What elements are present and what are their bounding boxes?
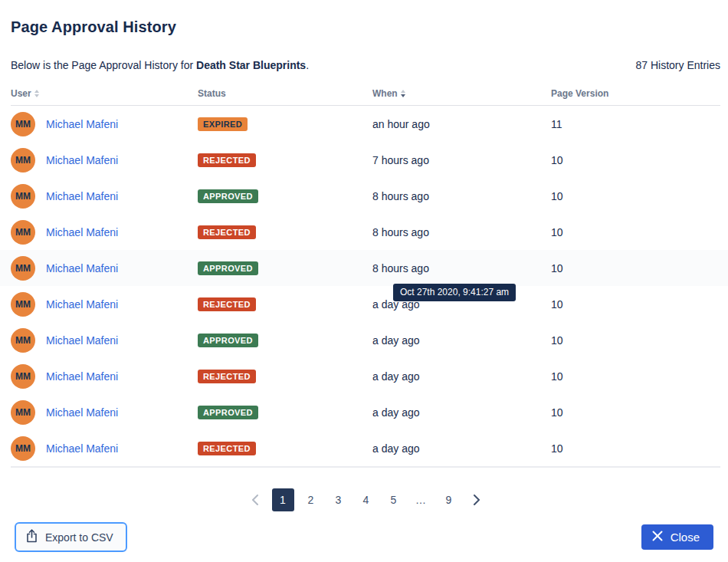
page-version-cell: 10 xyxy=(551,226,720,238)
page-approval-history-dialog: Page Approval History Below is the Page … xyxy=(0,0,728,562)
page-version-cell: 10 xyxy=(551,262,720,274)
when-cell: a day ago xyxy=(372,334,551,347)
page-version-cell: 11 xyxy=(551,118,720,130)
user-cell: MM Michael Mafeni xyxy=(11,364,198,389)
pagination-ellipsis: … xyxy=(411,488,432,511)
status-badge: APPROVED xyxy=(198,189,258,203)
pagination-page-3[interactable]: 3 xyxy=(328,488,349,511)
user-link[interactable]: Michael Mafeni xyxy=(46,442,118,455)
pagination-prev-icon[interactable] xyxy=(244,488,266,511)
status-cell: REJECTED xyxy=(198,225,372,239)
subtitle-row: Below is the Page Approval History for D… xyxy=(11,59,720,71)
status-badge: APPROVED xyxy=(198,406,258,419)
page-version-cell: 10 xyxy=(551,154,720,166)
user-cell: MM Michael Mafeni xyxy=(11,112,198,136)
table-row: MM Michael Mafeni REJECTED a day ago 10 xyxy=(0,286,728,322)
column-header-when[interactable]: When xyxy=(372,88,551,99)
user-cell: MM Michael Mafeni xyxy=(11,328,198,353)
status-badge: APPROVED xyxy=(198,261,258,275)
table-row: MM Michael Mafeni EXPIRED an hour ago 11 xyxy=(0,106,728,142)
user-cell: MM Michael Mafeni xyxy=(11,256,198,281)
pagination-page-2[interactable]: 2 xyxy=(300,488,322,511)
table-header: User Status When Page Version xyxy=(11,88,720,106)
sort-icon xyxy=(34,90,39,97)
page-version-cell: 10 xyxy=(551,298,720,311)
when-cell: 8 hours ago xyxy=(372,262,551,274)
pagination-page-1[interactable]: 1 xyxy=(272,488,294,511)
page-version-cell: 10 xyxy=(551,370,720,383)
when-cell: an hour ago xyxy=(372,118,551,130)
status-badge: REJECTED xyxy=(198,297,256,311)
user-link[interactable]: Michael Mafeni xyxy=(46,406,118,419)
status-cell: REJECTED xyxy=(198,153,372,167)
user-cell: MM Michael Mafeni xyxy=(11,292,198,317)
avatar[interactable]: MM xyxy=(11,328,35,353)
table-row: MM Michael Mafeni REJECTED a day ago 10 xyxy=(0,358,728,394)
close-icon xyxy=(652,531,663,544)
user-cell: MM Michael Mafeni xyxy=(11,220,198,245)
avatar[interactable]: MM xyxy=(11,256,35,281)
when-cell: a day ago xyxy=(372,442,551,455)
avatar[interactable]: MM xyxy=(11,364,35,389)
page-title: Page Approval History xyxy=(11,18,720,36)
user-link[interactable]: Michael Mafeni xyxy=(46,226,118,238)
user-link[interactable]: Michael Mafeni xyxy=(46,334,118,347)
table-row: MM Michael Mafeni APPROVED a day ago 10 xyxy=(0,394,728,430)
when-cell: 8 hours ago xyxy=(372,190,551,202)
subtitle-page-name: Death Star Blueprints xyxy=(196,59,306,71)
user-cell: MM Michael Mafeni xyxy=(11,436,198,461)
user-link[interactable]: Michael Mafeni xyxy=(46,118,118,130)
avatar[interactable]: MM xyxy=(11,184,35,209)
table-row: MM Michael Mafeni REJECTED 7 hours ago 1… xyxy=(0,142,728,178)
status-cell: APPROVED xyxy=(198,189,372,203)
user-cell: MM Michael Mafeni xyxy=(11,184,198,209)
user-link[interactable]: Michael Mafeni xyxy=(46,190,118,202)
table-row: MM Michael Mafeni REJECTED 8 hours ago 1… xyxy=(0,214,728,250)
subtitle-suffix: . xyxy=(306,59,309,71)
avatar[interactable]: MM xyxy=(11,220,35,245)
page-version-cell: 10 xyxy=(551,190,720,202)
status-cell: APPROVED xyxy=(198,333,372,347)
page-version-cell: 10 xyxy=(551,406,720,419)
user-link[interactable]: Michael Mafeni xyxy=(46,262,118,274)
sort-icon-active xyxy=(401,90,405,97)
status-cell: REJECTED xyxy=(198,297,372,311)
user-cell: MM Michael Mafeni xyxy=(11,148,198,173)
export-to-csv-button[interactable]: Export to CSV xyxy=(15,522,127,552)
when-cell: a day ago xyxy=(372,370,551,383)
page-version-cell: 10 xyxy=(551,442,720,455)
avatar[interactable]: MM xyxy=(11,292,35,317)
close-button-label: Close xyxy=(671,531,700,544)
column-header-user[interactable]: User xyxy=(11,88,198,99)
pagination: 12345…9 xyxy=(11,488,720,511)
close-button[interactable]: Close xyxy=(641,524,713,550)
status-cell: REJECTED xyxy=(198,441,372,455)
pagination-page-4[interactable]: 4 xyxy=(356,488,377,511)
history-entries-count: 87 History Entries xyxy=(636,59,720,71)
avatar[interactable]: MM xyxy=(11,148,35,173)
status-badge: REJECTED xyxy=(198,225,256,239)
export-icon xyxy=(26,529,38,545)
avatar[interactable]: MM xyxy=(11,400,35,425)
user-link[interactable]: Michael Mafeni xyxy=(46,370,118,383)
pagination-page-5[interactable]: 5 xyxy=(383,488,405,511)
status-badge: REJECTED xyxy=(198,153,256,167)
status-badge: REJECTED xyxy=(198,442,256,455)
column-header-page-version: Page Version xyxy=(551,88,720,99)
column-header-status: Status xyxy=(198,88,372,99)
user-link[interactable]: Michael Mafeni xyxy=(46,298,118,311)
user-link[interactable]: Michael Mafeni xyxy=(46,154,118,166)
subtitle: Below is the Page Approval History for D… xyxy=(11,59,309,71)
table-row: MM Michael Mafeni APPROVED a day ago 10 xyxy=(0,322,728,358)
pagination-next-icon[interactable] xyxy=(466,488,487,511)
page-version-cell: 10 xyxy=(551,334,720,347)
status-cell: EXPIRED xyxy=(198,117,372,131)
avatar[interactable]: MM xyxy=(11,436,35,461)
table-row: MM Michael Mafeni APPROVED 8 hours ago 1… xyxy=(0,178,728,214)
export-button-label: Export to CSV xyxy=(45,531,113,544)
table-body: MM Michael Mafeni EXPIRED an hour ago 11… xyxy=(11,106,720,468)
subtitle-prefix: Below is the Page Approval History for xyxy=(11,59,196,71)
pagination-page-9[interactable]: 9 xyxy=(438,488,460,511)
avatar[interactable]: MM xyxy=(11,112,35,136)
footer: Export to CSV Close xyxy=(0,522,728,552)
